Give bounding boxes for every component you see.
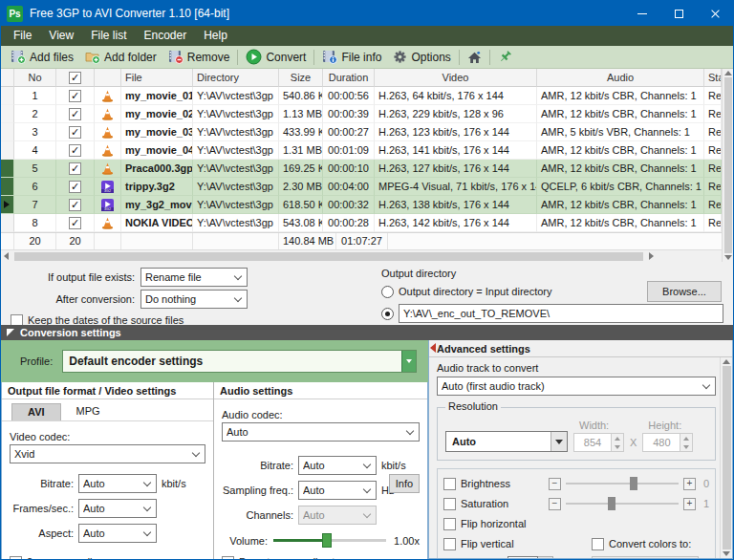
no-copy-audio-checkbox[interactable] [222,556,234,560]
table-row[interactable]: 1my_movie_01.3gpY:\AV\vctest\3gp540.86 K… [1,87,722,105]
resolution-dropdown-button[interactable] [550,432,567,451]
sampling-select[interactable]: Auto [298,481,377,500]
table-row[interactable]: 5Praca000.3gpY:\AV\vctest\3gp169.25 KB00… [1,160,722,178]
brightness-plus-button[interactable]: + [683,478,696,490]
row-checkbox-cell[interactable] [56,141,95,160]
width-spinner[interactable]: 854 [573,433,624,452]
row-checkbox[interactable] [69,144,81,157]
tab-mpg[interactable]: MPG [61,403,116,420]
table-horizontal-scrollbar[interactable] [1,249,722,262]
brightness-checkbox[interactable] [443,478,456,490]
table-vertical-scrollbar[interactable] [722,69,733,262]
audio-bitrate-select[interactable]: Auto [298,456,377,475]
saturation-checkbox[interactable] [443,498,456,510]
info-button[interactable]: Info [389,474,420,493]
audio-codec-select[interactable]: Auto [222,422,420,442]
pin-button[interactable] [492,47,518,68]
spin-up-icon[interactable] [680,434,692,442]
advanced-scroll-thumb[interactable] [723,366,731,549]
row-checkbox-cell[interactable] [56,87,95,105]
table-row[interactable]: 63G2trippy.3g2Y:\AV\vctest\3gp2.30 MB00:… [1,178,722,196]
custom-directory-radio[interactable] [381,308,394,320]
resolution-select[interactable]: Auto [445,431,568,452]
collapse-advanced-icon[interactable] [430,343,436,353]
row-checkbox-cell[interactable] [56,196,95,214]
menu-encoder[interactable]: Encoder [135,26,195,46]
select-all-checkbox[interactable] [69,72,81,84]
scroll-down-icon[interactable] [724,255,732,260]
col-icon[interactable] [95,69,121,87]
after-conversion-select[interactable]: Do nothing [140,290,248,309]
profile-select[interactable]: Default encoder settings [62,350,417,373]
saturation-plus-button[interactable]: + [683,498,696,510]
saturation-slider[interactable] [566,497,679,510]
aspect-select[interactable]: Auto [78,524,157,543]
if-exists-select[interactable]: Rename file [140,268,248,287]
rotation-dropdown-button[interactable] [538,556,553,558]
fps-select[interactable]: Auto [78,499,157,518]
conversion-settings-bar[interactable]: Conversion settings [1,325,733,340]
minimize-button[interactable] [624,1,660,26]
add-folder-button[interactable]: Add folder [79,47,162,68]
row-checkbox-cell[interactable] [56,105,95,123]
spin-up-icon[interactable] [612,434,623,442]
menu-file[interactable]: File [5,26,40,46]
col-video[interactable]: Video [375,69,537,87]
row-checkbox-cell[interactable] [56,160,95,178]
scroll-right-icon[interactable] [649,252,654,260]
scroll-left-icon[interactable] [4,252,9,260]
scroll-down-icon[interactable] [723,551,730,556]
row-checkbox-cell[interactable] [56,214,95,232]
convert-colors-select[interactable]: grayscale [592,556,699,558]
saturation-minus-button[interactable]: − [549,498,561,510]
file-info-button[interactable]: File info [316,47,387,68]
volume-slider-thumb[interactable] [322,533,332,548]
video-bitrate-select[interactable]: Auto [78,474,157,493]
brightness-minus-button[interactable]: − [549,478,561,490]
add-files-button[interactable]: Add files [5,47,79,68]
row-checkbox[interactable] [69,126,81,139]
flip-vertical-checkbox[interactable] [443,538,456,550]
brightness-slider-thumb[interactable] [630,477,637,490]
table-row[interactable]: 4my_movie_04.3gpY:\AV\vctest\3gp1.31 MB0… [1,141,722,160]
col-no[interactable]: No [14,69,56,87]
col-checkbox[interactable] [56,69,95,87]
home-button[interactable] [462,47,487,68]
browse-button[interactable]: Browse... [647,281,722,302]
row-checkbox[interactable] [69,108,81,120]
menu-view[interactable]: View [40,26,82,46]
options-button[interactable]: Options [387,47,456,68]
close-button[interactable] [697,1,733,26]
table-row[interactable]: 3my_movie_03.3gpY:\AV\vctest\3gp433.99 K… [1,123,722,141]
rotation-select[interactable]: 180 [507,556,553,558]
table-row[interactable]: 73G2my_3g2_movie.3g2Y:\AV\vctest\3gp618.… [1,196,722,214]
spin-down-icon[interactable] [680,442,692,451]
col-size[interactable]: Size [279,69,323,87]
row-checkbox[interactable] [69,162,81,175]
row-checkbox[interactable] [69,199,81,211]
convert-button[interactable]: Convert [240,47,312,68]
audio-track-select[interactable]: Auto (first audio track) [437,377,716,396]
h-scroll-thumb[interactable] [14,252,643,261]
row-checkbox[interactable] [69,181,81,193]
col-status[interactable]: Sta [704,69,722,87]
v-scroll-thumb[interactable] [724,77,732,253]
maximize-button[interactable] [660,1,697,26]
col-file[interactable]: File [121,69,193,87]
tab-avi[interactable]: AVI [11,403,61,420]
advanced-vertical-scrollbar[interactable] [720,357,732,558]
brightness-slider[interactable] [566,477,679,490]
convert-colors-checkbox[interactable] [592,538,604,550]
same-directory-radio[interactable] [381,286,394,298]
flip-horizontal-checkbox[interactable] [443,518,456,530]
row-checkbox[interactable] [69,217,81,229]
height-spinner[interactable]: 480 [642,433,693,452]
two-pass-checkbox[interactable] [10,556,22,560]
row-checkbox[interactable] [69,90,81,102]
volume-slider[interactable] [273,533,386,548]
spin-down-icon[interactable] [612,442,623,451]
scroll-up-icon[interactable] [723,359,730,364]
row-checkbox-cell[interactable] [56,178,95,196]
output-path-input[interactable]: Y:\AV\_enc_out_TO_REMOVE\ [399,304,723,323]
col-duration[interactable]: Duration [323,69,375,87]
